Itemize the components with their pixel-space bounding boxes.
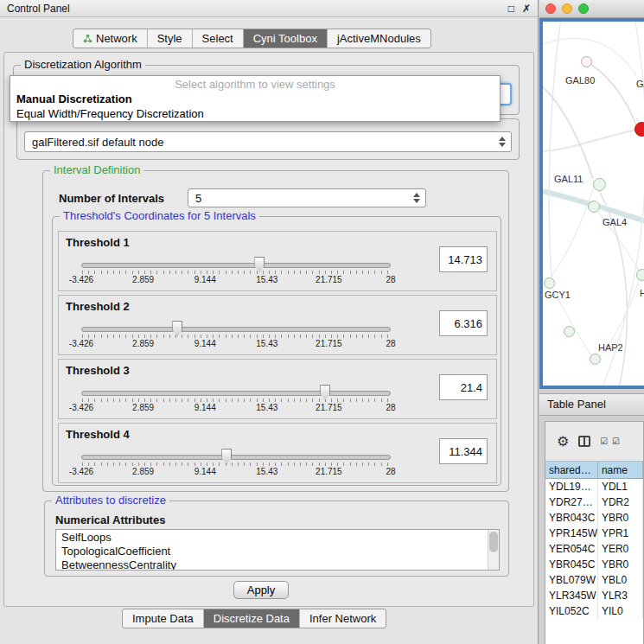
table-panel-title: Table Panel [547,398,606,411]
scale-tick-label: 28 [386,467,395,476]
tab-network[interactable]: Network [73,29,148,48]
scrollbar-thumb[interactable] [489,532,498,552]
minimize-traffic-light[interactable] [562,3,572,14]
table-row[interactable]: YBR045CYBR0 [545,557,643,572]
table-header-row: shared…name [545,462,643,479]
network-node-label: GAL80 [565,75,595,86]
threshold-label: Threshold 1 [66,236,130,249]
table-row[interactable]: YPR145WYPR1 [545,526,643,541]
float-window-icon[interactable]: □ [508,3,514,15]
table-cell: YPR145W [545,526,598,541]
tab-label: Infer Network [309,612,376,625]
scale-tick-label: 15.43 [256,339,277,348]
table-data-combo-value: galFiltered.sif default node [32,136,163,149]
select-checkbox-icons[interactable]: ☑ ☑ [600,437,621,446]
column-header-shared-[interactable]: shared… [545,462,598,478]
combo-stepper-icon [411,189,422,207]
tab-discretize-data[interactable]: Discretize Data [204,609,300,628]
tab-label: Select [202,32,233,45]
scale-tick-label: -3.426 [69,275,93,284]
scale-tick-label: 9.144 [194,467,216,476]
scale-tick-label: 21.715 [316,467,342,476]
tab-jactivemnodules[interactable]: jActiveMNodules [328,29,430,48]
network-node-label: HAP2 [598,342,623,353]
threshold-label: Threshold 4 [66,428,130,441]
list-scrollbar[interactable] [488,530,499,570]
threshold-value-field[interactable]: 14.713 [439,246,488,272]
tab-select[interactable]: Select [193,29,244,48]
threshold-value-field[interactable]: 6.316 [439,310,488,336]
num-intervals-combo[interactable]: 5 [188,188,426,207]
tab-style[interactable]: Style [148,29,193,48]
numerical-attributes-label: Numerical Attributes [55,513,165,526]
table-row[interactable]: YBR043CYBR0 [545,510,643,526]
attributes-group: Attributes to discretize Numerical Attri… [44,501,509,577]
tab-label: Impute Data [132,612,194,625]
attribute-item-betweennesscentrality[interactable]: BetweennessCentrality [56,558,499,571]
dropdown-option-equal-width-frequency-discretization[interactable]: Equal Width/Frequency Discretization [10,106,500,121]
table-cell: YER0 [598,541,643,557]
slider-scale-labels: -3.4262.8599.14415.4321.71528 [81,339,391,349]
tab-label: Discretize Data [214,612,290,625]
threshold-slider[interactable] [81,327,391,332]
apply-button[interactable]: Apply [233,581,289,599]
column-header-name[interactable]: name [598,462,643,478]
table-cell: YBL0 [598,572,643,588]
table-row[interactable]: YDL19…YDL1 [545,479,643,494]
threshold-slider[interactable] [81,391,391,396]
node-table: ⚙ ☑ ☑ shared…name YDL19…YDL1YDR27…YDR2YB… [545,421,644,644]
scale-tick-label: 9.144 [194,403,216,412]
network-view[interactable]: GAL80GALGAL11GAL4GCY1HHAP2 [539,18,644,389]
network-node-label: H [640,288,644,298]
network-node[interactable] [581,56,592,67]
threshold-value-field[interactable]: 21.4 [439,374,488,400]
network-node[interactable] [590,354,601,365]
numerical-attributes-list[interactable]: SelfLoopsTopologicalCoefficientBetweenne… [55,529,500,571]
network-node[interactable] [544,277,555,289]
close-traffic-light[interactable] [545,3,556,14]
table-row[interactable]: YBL079WYBL0 [545,572,643,588]
network-node[interactable] [593,178,606,191]
network-node-selected[interactable] [634,122,644,137]
scale-tick-label: 2.859 [132,339,154,348]
tab-label: Style [157,32,182,45]
network-node[interactable] [588,201,600,213]
threshold-slider[interactable] [81,455,391,460]
network-node-label: GAL [636,79,644,89]
table-cell: YLR345W [545,588,598,603]
attribute-item-selfloops[interactable]: SelfLoops [56,530,499,544]
slider-ticks [82,399,390,402]
scale-tick-label: 28 [386,339,395,348]
network-node[interactable] [636,269,644,281]
table-row[interactable]: YDR27…YDR2 [545,494,643,510]
tab-infer-network[interactable]: Infer Network [300,609,386,628]
table-row[interactable]: YIL052CYIL0 [545,603,643,619]
threshold-slider[interactable] [81,263,391,268]
table-data-combo[interactable]: galFiltered.sif default node [24,131,512,152]
columns-icon[interactable] [578,436,590,447]
scale-tick-label: 28 [386,403,395,412]
thresholds-group: Threshold's Coordinates for 5 Intervals … [52,216,501,486]
threshold-panel-2: Threshold 2-3.4262.8599.14415.4321.71528… [58,295,497,355]
table-cell: YER054C [545,541,598,557]
tab-label: jActiveMNodules [337,32,421,45]
close-icon[interactable]: ✗ [522,3,531,15]
threshold-value-field[interactable]: 11.344 [439,438,488,464]
bottom-tabbar: Impute DataDiscretize DataInfer Network [122,609,386,628]
attribute-item-topologicalcoefficient[interactable]: TopologicalCoefficient [56,544,499,558]
scale-tick-label: 21.715 [316,275,342,284]
table-panel-header[interactable]: Table Panel [539,393,644,416]
zoom-traffic-light[interactable] [578,3,589,14]
slider-ticks [82,271,390,274]
table-data-group: Table Data galFiltered.sif default node [16,118,520,160]
tab-impute-data[interactable]: Impute Data [123,609,204,628]
scale-tick-label: 15.43 [256,467,277,476]
gear-icon[interactable]: ⚙ [557,435,569,449]
table-cell: YDR2 [598,494,643,510]
scale-tick-label: -3.426 [69,467,93,476]
table-row[interactable]: YLR345WYLR3 [545,588,643,603]
tab-cyni-toolbox[interactable]: Cyni Toolbox [244,29,328,48]
dropdown-option-manual-discretization[interactable]: Manual Discretization [10,92,500,106]
network-node[interactable] [564,326,575,337]
table-row[interactable]: YER054CYER0 [545,541,643,557]
